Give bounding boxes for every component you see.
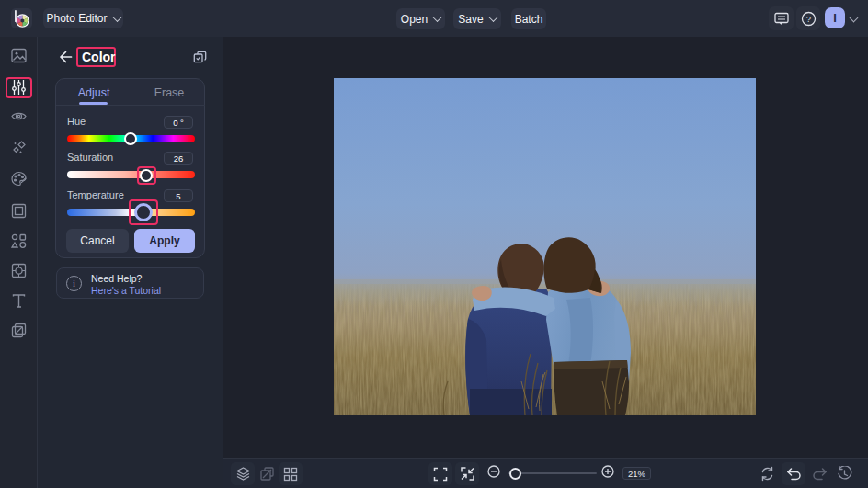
svg-text:?: ?	[805, 14, 810, 24]
